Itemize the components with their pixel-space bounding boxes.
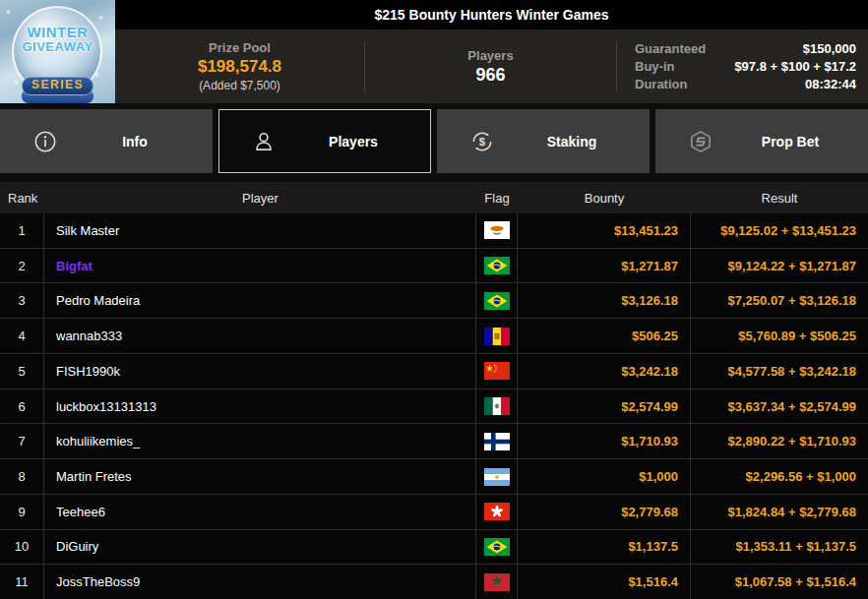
winter-giveaway-series-logo: ✻ ✻ ✻ ✻ WINTER GIVEAWAY SERIES (0, 0, 115, 103)
tab-staking[interactable]: $Staking (437, 109, 650, 173)
argentina-flag-icon (476, 459, 518, 494)
rank-cell: 4 (0, 319, 44, 353)
rank-cell: 6 (0, 389, 44, 424)
table-row[interactable]: 9Teehee6$2,779.68$1,824.84 + $2,779.68 (0, 495, 868, 530)
players-count-section: Players 966 (365, 30, 616, 103)
tab-bar: InfoPlayers$StakingProp Bet (0, 109, 868, 173)
result-cell: $1,824.84 + $2,779.68 (691, 495, 868, 529)
player-name: Bigfat (44, 249, 476, 283)
rank-cell: 11 (0, 565, 44, 599)
duration-label: Duration (635, 77, 687, 91)
prize-pool-value: $198,574.8 (198, 57, 281, 77)
players-table-body: 1Silk Master$13,451.23$9,125.02 + $13,45… (0, 213, 868, 599)
table-header: Rank Player Flag Bounty Result (0, 182, 868, 213)
bounty-value: $2,574.99 (621, 399, 678, 414)
brazil-flag-icon (476, 283, 518, 318)
result-value: $2,890.22 + $1,710.93 (728, 434, 856, 449)
player-name: kohuliikemies_ (44, 424, 476, 458)
result-cell: $4,577.58 + $3,242.18 (691, 354, 868, 389)
players-icon (251, 129, 277, 154)
player-name: Martin Fretes (44, 459, 476, 494)
result-cell: $5,760.89 + $506.25 (691, 319, 868, 353)
bounty-value: $1,000 (639, 469, 678, 484)
tournament-stats-section: Guaranteed $150,000 Buy-in $97.8 + $100 … (617, 30, 868, 103)
table-row[interactable]: 1Silk Master$13,451.23$9,125.02 + $13,45… (0, 213, 868, 249)
table-row[interactable]: 11JossTheBoss9$1,516.4$1,067.58 + $1,516… (0, 565, 868, 599)
result-value: $4,577.58 + $3,242.18 (728, 364, 856, 379)
info-icon (32, 129, 58, 154)
bounty-cell: $2,574.99 (518, 389, 691, 424)
bounty-cell: $3,242.18 (518, 354, 691, 389)
players-label: Players (467, 48, 513, 63)
column-header-player: Player (44, 182, 476, 213)
morocco-flag-icon (476, 565, 518, 599)
rank-cell: 1 (0, 213, 44, 248)
china-flag-icon (476, 354, 518, 389)
svg-text:$: $ (479, 135, 486, 147)
rank-cell: 9 (0, 495, 44, 529)
guaranteed-label: Guaranteed (635, 41, 706, 56)
player-name: Silk Master (44, 213, 476, 248)
rank-cell: 7 (0, 424, 44, 458)
result-value: $1,353.11 + $1,137.5 (735, 539, 856, 554)
snowflake-icon: ✻ (98, 14, 103, 21)
tab-label: Staking (495, 134, 649, 150)
bounty-cell: $1,000 (518, 459, 691, 494)
table-row[interactable]: 4wannab333$506.25$5,760.89 + $506.25 (0, 319, 868, 354)
tab-prop-bet[interactable]: Prop Bet (655, 109, 868, 173)
column-header-rank: Rank (0, 182, 44, 213)
result-value: $9,124.22 + $1,271.87 (728, 259, 856, 273)
buyin-label: Buy-in (635, 59, 674, 74)
table-row[interactable]: 6luckbox13131313$2,574.99$3,637.34 + $2,… (0, 389, 868, 425)
stat-row-buyin: Buy-in $97.8 + $100 + $17.2 (635, 59, 856, 74)
bounty-value: $13,451.23 (614, 223, 678, 238)
page-title: $215 Bounty Hunters Winter Games (375, 7, 609, 23)
player-name: luckbox13131313 (44, 389, 476, 424)
finland-flag-icon (476, 424, 518, 458)
result-value: $7,250.07 + $3,126.18 (728, 293, 856, 308)
bounty-value: $1,137.5 (628, 539, 678, 554)
result-value: $2,296.56 + $1,000 (746, 469, 856, 484)
result-value: $5,760.89 + $506.25 (738, 329, 856, 343)
staking-icon: $ (469, 129, 495, 154)
bounty-value: $3,242.18 (621, 364, 678, 379)
logo-line3: SERIES (22, 77, 93, 95)
mexico-flag-icon (476, 389, 518, 424)
table-row[interactable]: 10DiGuiry$1,137.5$1,353.11 + $1,137.5 (0, 530, 868, 566)
rank-cell: 3 (0, 283, 44, 318)
tab-label: Prop Bet (713, 134, 867, 150)
result-value: $1,824.84 + $2,779.68 (728, 505, 856, 519)
logo-line2: GIVEAWAY (0, 40, 115, 55)
bounty-value: $3,126.18 (621, 293, 678, 308)
table-row[interactable]: 8Martin Fretes$1,000$2,296.56 + $1,000 (0, 459, 868, 495)
table-row[interactable]: 2Bigfat$1,271.87$9,124.22 + $1,271.87 (0, 249, 868, 284)
table-row[interactable]: 3Pedro Madeira$3,126.18$7,250.07 + $3,12… (0, 283, 868, 319)
result-cell: $9,125.02 + $13,451.23 (691, 213, 868, 248)
rank-cell: 10 (0, 530, 44, 565)
prize-pool-section: Prize Pool $198,574.8 (Added $7,500) (115, 30, 364, 103)
bounty-cell: $506.25 (518, 319, 691, 353)
title-bar: $215 Bounty Hunters Winter Games (115, 0, 868, 30)
snowflake-icon: ✻ (6, 8, 11, 15)
table-row[interactable]: 5FISH1990k$3,242.18$4,577.58 + $3,242.18 (0, 354, 868, 389)
rank-cell: 5 (0, 354, 44, 389)
tournament-header: ✻ ✻ ✻ ✻ WINTER GIVEAWAY SERIES $215 Boun… (0, 0, 868, 103)
result-cell: $2,296.56 + $1,000 (691, 459, 868, 494)
duration-value: 08:32:44 (805, 77, 856, 91)
stat-row-guaranteed: Guaranteed $150,000 (635, 41, 856, 56)
bounty-value: $1,710.93 (621, 434, 678, 449)
bounty-cell: $1,271.87 (518, 249, 691, 283)
column-header-result: Result (691, 182, 868, 213)
tournament-info-bar: Prize Pool $198,574.8 (Added $7,500) Pla… (115, 30, 868, 103)
bounty-cell: $13,451.23 (518, 213, 691, 248)
tab-players[interactable]: Players (218, 109, 431, 173)
tab-info[interactable]: Info (0, 109, 213, 173)
result-cell: $1,067.58 + $1,516.4 (691, 565, 868, 599)
player-name: Pedro Madeira (44, 283, 476, 318)
table-row[interactable]: 7kohuliikemies_$1,710.93$2,890.22 + $1,7… (0, 424, 868, 459)
andorra-flag-icon (476, 319, 518, 353)
result-value: $3,637.34 + $2,574.99 (728, 399, 856, 414)
bounty-cell: $2,779.68 (518, 495, 691, 529)
prize-pool-added: (Added $7,500) (199, 79, 280, 92)
player-name: FISH1990k (44, 354, 476, 389)
